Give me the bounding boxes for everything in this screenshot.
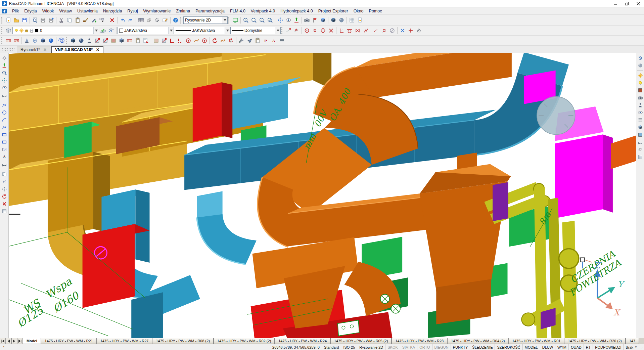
render-sphere-button[interactable] [337, 16, 346, 24]
toolbar-grip[interactable] [66, 37, 68, 44]
layer-lock-icon[interactable] [24, 28, 29, 33]
modify-explode-button[interactable] [1, 208, 8, 215]
menu-wstaw[interactable]: Wstaw [56, 8, 75, 14]
clip-xref-button[interactable] [637, 146, 644, 153]
layout-tab[interactable]: 1475 - HRY - PW - WM - R04 (2) [447, 338, 508, 344]
camera-button[interactable] [303, 16, 311, 24]
vp-silencer-button[interactable] [118, 37, 126, 45]
duct-straight-button[interactable] [4, 37, 12, 45]
layout-tab[interactable]: 1475 - HRY - PW - WM - R05 (2) [330, 338, 392, 344]
walk-button[interactable] [637, 101, 644, 108]
section-button[interactable] [637, 138, 644, 145]
materials-button[interactable] [637, 87, 644, 94]
vp-sym-cut-button[interactable] [200, 37, 209, 45]
pan-realtime-button[interactable] [1, 77, 8, 84]
erase-button[interactable] [108, 16, 116, 24]
menu-wymiarowanie[interactable]: Wymiarowanie [141, 8, 174, 14]
vp-rotate-90-button[interactable]: 90 [227, 37, 235, 45]
toolbar-grip[interactable] [228, 17, 230, 24]
spot-light-button[interactable] [637, 79, 644, 86]
layout-tab[interactable]: 1475 - HRY - PW - WM - R24 [275, 338, 330, 344]
status-quad[interactable]: QUAD [568, 344, 584, 350]
linetype-combo[interactable]: JAKWarstwa [174, 27, 230, 34]
layout-tab[interactable]: 1475 - HRY - PW - WM - R02 (2) [214, 338, 275, 344]
publish-button[interactable] [47, 16, 55, 24]
status-podpowiedzi[interactable]: PODPOWIEDZI [593, 344, 623, 350]
print-button[interactable] [39, 16, 47, 24]
layer-freeze-icon[interactable] [19, 28, 24, 33]
pointer-button[interactable] [1, 54, 8, 61]
minimize-button[interactable] [610, 0, 621, 7]
draw-arc-button[interactable] [1, 116, 8, 123]
chevron-down-icon[interactable] [168, 27, 174, 34]
vp-settings-button[interactable] [237, 37, 245, 45]
drawing-canvas[interactable]: WspaØ160WSØ125OA, 40000Vmm8mCZERPNIAPOWI… [9, 53, 636, 338]
status-skok[interactable]: SKOK [385, 344, 400, 350]
menu-project-explorer[interactable]: Project Explorer [316, 8, 351, 14]
toolbar-grip[interactable] [1, 37, 3, 44]
views-list-button[interactable] [637, 116, 644, 123]
tile-windows-button[interactable] [348, 16, 356, 24]
select-button[interactable] [98, 16, 106, 24]
vp-damper-button[interactable] [101, 37, 109, 45]
draw-polygon-button[interactable] [1, 138, 8, 145]
snap-center-button[interactable] [303, 27, 311, 35]
resize-grip[interactable] [639, 344, 644, 350]
background-button[interactable] [637, 131, 644, 138]
status-wym[interactable]: WYM [555, 344, 568, 350]
zoom-in-button[interactable]: + [242, 16, 250, 24]
status-punkty[interactable]: PUNKTY [451, 344, 470, 350]
visual-style-button[interactable] [637, 124, 644, 131]
status-dluw[interactable]: DLUW [540, 344, 555, 350]
menu-narz-dzia[interactable]: Narzędzia [100, 8, 125, 14]
snap-settings-button[interactable] [415, 27, 423, 35]
vp-round-button[interactable] [77, 37, 85, 45]
vp-sym-supply-button[interactable] [184, 37, 192, 45]
snap-from-button[interactable] [399, 27, 407, 35]
tab-prev-button[interactable] [6, 338, 11, 344]
vp-profile-dash-button[interactable] [176, 37, 184, 45]
paste-button[interactable] [74, 16, 82, 24]
menu-ventpack-4-0[interactable]: Ventpack 4.0 [248, 8, 278, 14]
chevron-down-icon[interactable] [93, 27, 99, 34]
draw-line-button[interactable] [1, 101, 8, 108]
edit-drawing-button[interactable] [161, 16, 169, 24]
menu-plik[interactable]: Plik [9, 8, 21, 14]
tab-last-button[interactable] [17, 338, 23, 344]
layout-tab[interactable]: 1475 - HRY - PW - WM - R20 (2) [564, 338, 625, 344]
vp-toolbox-button[interactable] [254, 37, 262, 45]
menu-pomoc[interactable]: Pomoc [366, 8, 385, 14]
sphere-solid-button[interactable] [47, 37, 55, 45]
copy-button[interactable] [65, 16, 74, 24]
redo-button[interactable] [127, 16, 135, 24]
vp-rotate-cw-button[interactable] [211, 37, 219, 45]
status-siatka[interactable]: SIATKA [400, 344, 417, 350]
drawing-explorer-button[interactable] [137, 16, 145, 24]
layout-tab[interactable]: 1475 - HRY - PW - WM - R08 (2) [152, 338, 213, 344]
command-prompt[interactable]: : [0, 344, 8, 350]
clean-screen-button[interactable] [231, 16, 239, 24]
layers-manager-button[interactable] [4, 27, 12, 35]
toolbar-grip[interactable] [1, 17, 3, 24]
snap-apparent-button[interactable] [380, 27, 388, 35]
snap-perpendicular-button[interactable] [337, 27, 346, 35]
duct-fitting-button[interactable] [12, 37, 20, 45]
menu-parametryzacja[interactable]: Parametryzacja [193, 8, 227, 14]
maximize-button[interactable] [621, 0, 633, 7]
status-szerokość[interactable]: SZEROKOŚĆ [495, 344, 522, 350]
layout-tab[interactable]: 147 [626, 338, 639, 344]
spiral-duct-button[interactable] [57, 37, 65, 45]
open-file-button[interactable] [12, 16, 20, 24]
layer-combo[interactable]: 0 [12, 27, 99, 34]
ucs-dynamic-button[interactable] [292, 16, 301, 24]
layout-tab[interactable]: 1475 - HRY - PW - WM - R01 [509, 338, 564, 344]
snap-tracking-button[interactable] [407, 27, 415, 35]
render-button[interactable] [637, 62, 644, 69]
cube-solid-button[interactable] [39, 37, 47, 45]
snap-clear-button[interactable] [388, 27, 396, 35]
cut-button[interactable] [57, 16, 65, 24]
layer-color-swatch[interactable] [34, 28, 39, 33]
zoom-out-button[interactable]: − [250, 16, 258, 24]
match-properties-button[interactable] [82, 16, 90, 24]
vp-panel-button[interactable] [126, 37, 134, 45]
